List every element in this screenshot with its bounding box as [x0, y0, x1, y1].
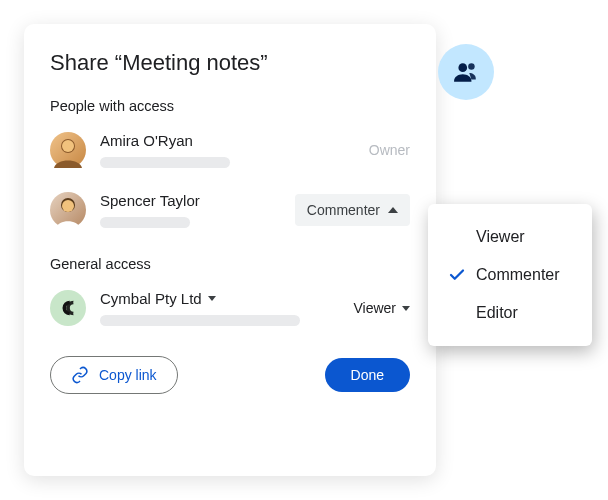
- person-name: Spencer Taylor: [100, 192, 281, 209]
- org-scope-dropdown[interactable]: Cymbal Pty Ltd: [100, 290, 339, 307]
- cymbal-logo-icon: [57, 297, 79, 319]
- role-menu-item-viewer[interactable]: Viewer: [428, 218, 592, 256]
- person-name-block: Spencer Taylor: [100, 192, 281, 228]
- role-menu-item-editor[interactable]: Editor: [428, 294, 592, 332]
- org-name: Cymbal Pty Ltd: [100, 290, 202, 307]
- role-menu-label: Viewer: [476, 228, 525, 246]
- general-section-label: General access: [50, 256, 410, 272]
- svg-point-3: [62, 200, 74, 212]
- org-desc-placeholder: [100, 315, 300, 326]
- role-owner-label: Owner: [369, 142, 410, 158]
- role-menu-label: Editor: [476, 304, 518, 322]
- link-icon: [71, 366, 89, 384]
- dialog-footer: Copy link Done: [50, 356, 410, 394]
- general-access-row: Cymbal Pty Ltd Viewer: [50, 284, 410, 350]
- person-email-placeholder: [100, 157, 230, 168]
- people-icon: [453, 59, 479, 85]
- svg-point-5: [468, 63, 475, 70]
- copy-link-label: Copy link: [99, 367, 157, 383]
- share-dialog: Share “Meeting notes” People with access…: [24, 24, 436, 476]
- person-name-block: Amira O'Ryan: [100, 132, 355, 168]
- person-name: Amira O'Ryan: [100, 132, 355, 149]
- copy-link-button[interactable]: Copy link: [50, 356, 178, 394]
- check-icon: [448, 266, 466, 284]
- svg-point-4: [458, 63, 467, 72]
- general-role-label: Viewer: [353, 300, 396, 316]
- chevron-up-icon: [388, 207, 398, 213]
- chevron-down-icon: [208, 296, 216, 301]
- general-role-dropdown[interactable]: Viewer: [353, 300, 410, 316]
- role-dropdown-label: Commenter: [307, 202, 380, 218]
- avatar: [50, 192, 86, 228]
- org-name-block: Cymbal Pty Ltd: [100, 290, 339, 326]
- dialog-title: Share “Meeting notes”: [50, 50, 410, 76]
- person-row: Amira O'Ryan Owner: [50, 126, 410, 186]
- done-button[interactable]: Done: [325, 358, 410, 392]
- people-section-label: People with access: [50, 98, 410, 114]
- role-menu-item-commenter[interactable]: Commenter: [428, 256, 592, 294]
- person-row: Spencer Taylor Commenter: [50, 186, 410, 246]
- people-badge: [438, 44, 494, 100]
- role-dropdown[interactable]: Commenter: [295, 194, 410, 226]
- chevron-down-icon: [402, 306, 410, 311]
- role-menu: Viewer Commenter Editor: [428, 204, 592, 346]
- person-email-placeholder: [100, 217, 190, 228]
- avatar: [50, 132, 86, 168]
- org-avatar: [50, 290, 86, 326]
- svg-point-1: [62, 140, 74, 152]
- role-menu-label: Commenter: [476, 266, 560, 284]
